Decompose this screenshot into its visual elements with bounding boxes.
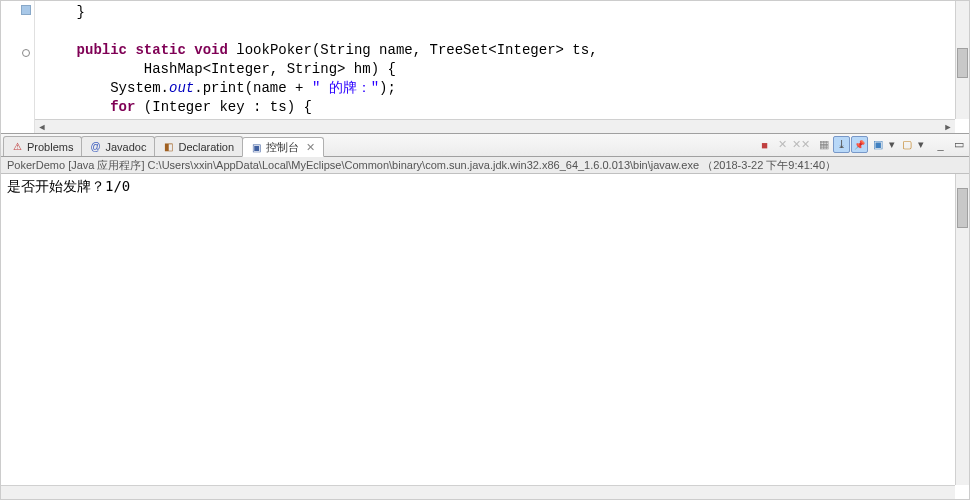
terminate-button[interactable]: ■ bbox=[756, 136, 773, 153]
scroll-lock-button[interactable]: ⤓ bbox=[833, 136, 850, 153]
code-content[interactable]: } public static void lookPoker(String na… bbox=[35, 1, 955, 119]
code-line: } bbox=[43, 4, 85, 20]
declaration-icon: ◧ bbox=[161, 140, 175, 154]
code-line: System.out.print(name + " 的牌："); bbox=[43, 80, 396, 96]
remove-all-launches-button[interactable]: ✕✕ bbox=[792, 136, 809, 153]
dropdown-icon[interactable]: ▾ bbox=[916, 136, 926, 153]
code-editor[interactable]: } public static void lookPoker(String na… bbox=[1, 1, 969, 134]
problems-icon: ⚠ bbox=[10, 140, 24, 154]
scroll-right-icon[interactable]: ► bbox=[941, 121, 955, 133]
editor-horizontal-scrollbar[interactable]: ◄ ► bbox=[35, 119, 955, 133]
override-marker-icon bbox=[21, 5, 31, 15]
tab-label: Declaration bbox=[178, 141, 234, 153]
open-console-button[interactable]: ▢ bbox=[898, 136, 915, 153]
pin-console-button[interactable]: 📌 bbox=[851, 136, 868, 153]
minimize-view-button[interactable]: _ bbox=[932, 136, 949, 153]
launch-text: PokerDemo [Java 应用程序] C:\Users\xxin\AppD… bbox=[7, 159, 836, 171]
console-output[interactable]: 是否开始发牌？1/0 bbox=[3, 176, 955, 485]
close-tab-icon[interactable]: ✕ bbox=[306, 141, 315, 154]
code-line: public static void lookPoker(String name… bbox=[43, 42, 598, 58]
tab-declaration[interactable]: ◧ Declaration bbox=[154, 136, 243, 156]
tab-console[interactable]: ▣ 控制台 ✕ bbox=[242, 137, 324, 157]
code-line: for (Integer key : ts) { bbox=[43, 99, 312, 115]
dropdown-icon[interactable]: ▾ bbox=[887, 136, 897, 153]
console-launch-info: PokerDemo [Java 应用程序] C:\Users\xxin\AppD… bbox=[1, 157, 969, 174]
tab-label: 控制台 bbox=[266, 140, 299, 155]
remove-launch-button[interactable]: ✕ bbox=[774, 136, 791, 153]
console-vertical-scrollbar[interactable] bbox=[955, 174, 969, 485]
scrollbar-thumb[interactable] bbox=[957, 188, 968, 228]
views-tab-bar: ⚠ Problems @ Javadoc ◧ Declaration ▣ 控制台… bbox=[1, 134, 969, 157]
tab-label: Javadoc bbox=[105, 141, 146, 153]
clear-console-button[interactable]: ▦ bbox=[815, 136, 832, 153]
javadoc-icon: @ bbox=[88, 140, 102, 154]
console-horizontal-scrollbar[interactable] bbox=[1, 485, 955, 499]
editor-vertical-scrollbar[interactable] bbox=[955, 1, 969, 119]
maximize-view-button[interactable]: ▭ bbox=[950, 136, 967, 153]
scrollbar-thumb[interactable] bbox=[957, 48, 968, 78]
tab-problems[interactable]: ⚠ Problems bbox=[3, 136, 82, 156]
display-selected-console-button[interactable]: ▣ bbox=[869, 136, 886, 153]
scroll-left-icon[interactable]: ◄ bbox=[35, 121, 49, 133]
console-toolbar: ■ ✕ ✕✕ ▦ ⤓ 📌 ▣ ▾ ▢ ▾ _ ▭ bbox=[756, 136, 967, 153]
code-line: HashMap<Integer, String> hm) { bbox=[43, 61, 396, 77]
console-icon: ▣ bbox=[249, 140, 263, 154]
console-view[interactable]: 是否开始发牌？1/0 bbox=[1, 174, 969, 499]
fold-toggle-icon[interactable] bbox=[22, 49, 30, 57]
editor-gutter bbox=[1, 1, 35, 133]
tab-javadoc[interactable]: @ Javadoc bbox=[81, 136, 155, 156]
tab-label: Problems bbox=[27, 141, 73, 153]
